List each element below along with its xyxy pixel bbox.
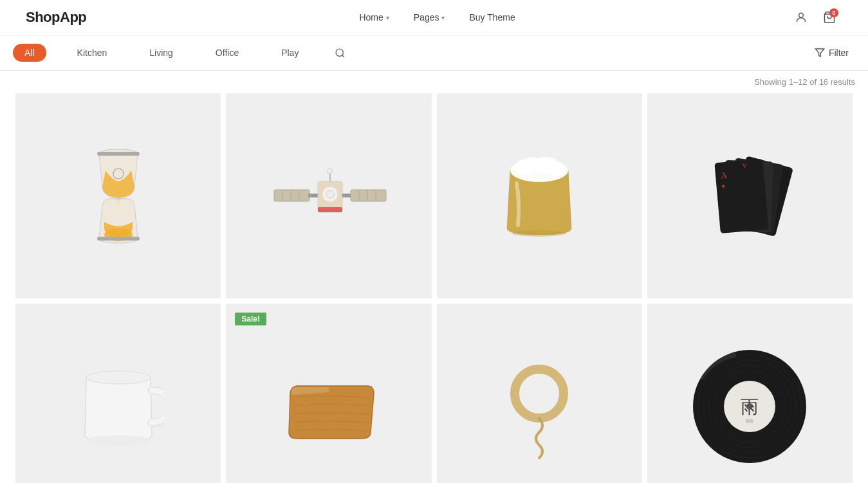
cart-button[interactable]: 0	[817, 5, 842, 30]
category-living[interactable]: Living	[138, 44, 185, 62]
site-header: ShopApp Home ▾ Pages ▾ Buy Theme 0	[0, 0, 868, 35]
category-bar: All Kitchen Living Office Play Filter	[0, 35, 868, 71]
sale-badge: Sale!	[235, 313, 266, 325]
buy-theme-link[interactable]: Buy Theme	[460, 8, 524, 26]
search-button[interactable]	[329, 42, 350, 63]
cart-count-badge: 0	[829, 8, 838, 17]
category-play[interactable]: Play	[270, 44, 310, 62]
svg-marker-4	[815, 49, 824, 57]
header-icons: 0	[788, 5, 842, 30]
site-logo[interactable]: ShopApp	[26, 9, 86, 26]
nav-home[interactable]: Home ▾	[350, 8, 398, 26]
product-card-wood[interactable]: Sale!	[226, 304, 431, 483]
filter-button[interactable]: Filter	[808, 44, 855, 62]
main-nav: Home ▾ Pages ▾ Buy Theme	[350, 8, 524, 26]
category-kitchen[interactable]: Kitchen	[66, 44, 119, 62]
chevron-down-icon: ▾	[386, 14, 389, 21]
search-icon	[335, 48, 346, 59]
product-card-satellite[interactable]	[226, 93, 431, 298]
svg-point-2	[336, 49, 343, 56]
svg-point-0	[799, 13, 804, 17]
product-card-ring[interactable]	[437, 304, 642, 483]
filter-icon	[815, 48, 825, 58]
chevron-down-icon: ▾	[441, 14, 445, 21]
product-card-cards[interactable]: A ♠ A	[647, 93, 853, 298]
nav-pages[interactable]: Pages ▾	[405, 8, 454, 26]
product-card-hourglass[interactable]	[15, 93, 221, 298]
product-card-beer[interactable]	[437, 93, 642, 298]
results-count: Showing 1–12 of 16 results	[0, 71, 868, 91]
user-account-button[interactable]	[788, 5, 814, 30]
user-icon	[795, 11, 808, 24]
product-card-vinyl[interactable]: 雨 雨雨	[647, 304, 853, 483]
product-grid: A ♠ A Sale!	[0, 91, 868, 483]
category-office[interactable]: Office	[204, 44, 250, 62]
svg-line-3	[342, 55, 344, 57]
category-all[interactable]: All	[13, 44, 46, 62]
product-card-mug[interactable]	[15, 304, 221, 483]
